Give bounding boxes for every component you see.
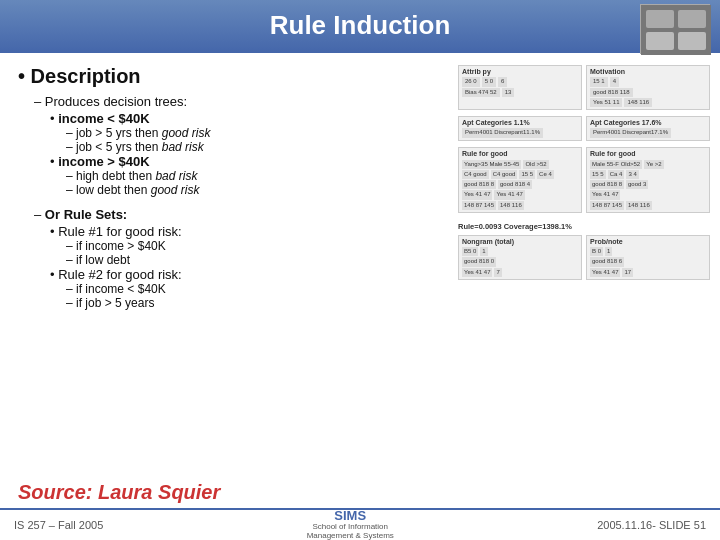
rule1-condition2: – if low debt <box>66 253 450 267</box>
sims-logo: SIMS <box>334 509 366 523</box>
source-line: Source: Laura Squier <box>18 481 220 504</box>
page-footer: IS 257 – Fall 2005 SIMS School of Inform… <box>0 508 720 540</box>
income-high-label: income > $40K <box>58 154 149 169</box>
header-image <box>640 4 710 54</box>
rp-box-motivation: Motivation 15 1 4 good 818 118 Yes 51 11… <box>586 65 710 110</box>
low-debt-good: – low debt then good risk <box>66 183 450 197</box>
rp-box-attribs-py: Attrib py 26 0 5 0 6 Bias 474 52 13 <box>458 65 582 110</box>
footer-slide: 2005.11.16- SLIDE 51 <box>597 519 706 531</box>
footer-branding: SIMS School of Information Management & … <box>307 509 394 540</box>
rule-label: Rule=0.0093 Coverage=1398.1% <box>458 222 710 231</box>
svg-rect-1 <box>646 10 674 28</box>
page-title: Rule Induction <box>270 10 451 40</box>
income-high-bullet: • income > $40K <box>50 154 450 169</box>
description-heading: • Description <box>18 65 450 88</box>
job-lt5-bad: – job < 5 yrs then bad risk <box>66 140 450 154</box>
svg-rect-4 <box>678 32 706 50</box>
rule2-condition1: – if income < $40K <box>66 282 450 296</box>
rp-box-rule-good-2: Rule for good Male 55-F Old>52 Ye >2 15 … <box>586 147 710 213</box>
rp-box-apt-categories-2: Apt Categories 17.6% Perm4001 Discrepant… <box>586 116 710 141</box>
rp-row-4: Nongram (total) B5 0 1 good 818 0 Yes 41… <box>458 235 710 280</box>
page-header: Rule Induction <box>0 0 720 53</box>
svg-rect-3 <box>646 32 674 50</box>
rule2-condition2: – if job > 5 years <box>66 296 450 310</box>
dash-produces: – Produces decision trees: <box>34 94 450 109</box>
sims-sub2: Management & Systems <box>307 532 394 540</box>
footer-course: IS 257 – Fall 2005 <box>14 519 103 531</box>
svg-rect-2 <box>678 10 706 28</box>
income-low-bullet: • income < $40K <box>50 111 450 126</box>
right-panel: Attrib py 26 0 5 0 6 Bias 474 52 13 Moti… <box>450 65 710 473</box>
rp-box-rule-good: Rule for good Yang>35 Male 55-45 Old >52… <box>458 147 582 213</box>
rule1-condition1: – if income > $40K <box>66 239 450 253</box>
rp-box-apt-categories: Apt Categories 1.1% Perm4001 Discrepant1… <box>458 116 582 141</box>
rp-row-1: Attrib py 26 0 5 0 6 Bias 474 52 13 Moti… <box>458 65 710 110</box>
rule2-bullet: • Rule #2 for good risk: <box>50 267 450 282</box>
rp-box-nongram: Nongram (total) B5 0 1 good 818 0 Yes 41… <box>458 235 582 280</box>
produces-label: Produces decision trees: <box>45 94 187 109</box>
rule1-bullet: • Rule #1 for good risk: <box>50 224 450 239</box>
dash-rule-sets: – Or Rule Sets: <box>34 207 450 222</box>
rp-row-2: Apt Categories 1.1% Perm4001 Discrepant1… <box>458 116 710 141</box>
income-low-label: income < $40K <box>58 111 149 126</box>
main-content: • Description – Produces decision trees:… <box>0 53 720 473</box>
source-text: Source: Laura Squier <box>18 481 220 503</box>
job-gt5-good: – job > 5 yrs then good risk <box>66 126 450 140</box>
rp-row-3: Rule for good Yang>35 Male 55-45 Old >52… <box>458 147 710 213</box>
high-debt-bad: – high debt then bad risk <box>66 169 450 183</box>
rule-sets-label: Or Rule Sets: <box>45 207 127 222</box>
left-content: • Description – Produces decision trees:… <box>18 65 450 473</box>
rp-box-prob: Prob/note B 0 1 good 818 6 Yes 41 47 17 <box>586 235 710 280</box>
